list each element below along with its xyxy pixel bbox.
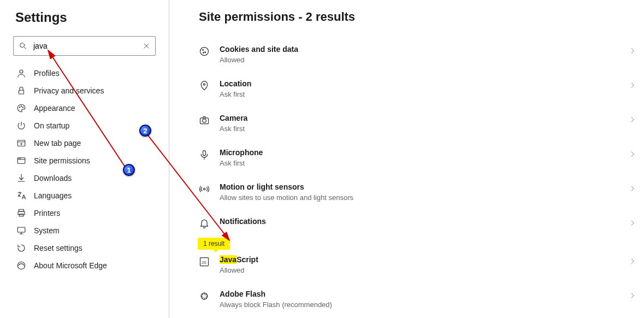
- svg-point-28: [205, 52, 206, 53]
- perm-sub: Allowed: [220, 56, 629, 64]
- nav-label: Printers: [34, 209, 60, 217]
- perm-sub: Ask first: [220, 90, 629, 98]
- reset-icon: [16, 243, 26, 253]
- chevron-right-icon: [629, 150, 636, 158]
- perm-microphone[interactable]: Microphone Ask first: [199, 140, 639, 175]
- svg-text:JS: JS: [202, 260, 206, 265]
- chevron-right-icon: [629, 257, 636, 265]
- nav-label: On startup: [34, 121, 69, 130]
- chevron-right-icon: [629, 219, 636, 227]
- page-title: Site permissions - 2 results: [199, 10, 639, 24]
- annotation-marker-2: 2: [139, 125, 151, 137]
- perm-title: JavaScript: [220, 255, 629, 264]
- annotation-marker-1: 1: [123, 164, 135, 176]
- nav-about[interactable]: About Microsoft Edge: [13, 257, 156, 274]
- nav-reset[interactable]: Reset settings: [13, 239, 156, 257]
- svg-point-0: [20, 43, 25, 48]
- nav-label: Downloads: [34, 174, 72, 182]
- settings-sidebar: Settings Profiles Privacy and services A…: [0, 0, 169, 318]
- siteperm-icon: [16, 156, 26, 166]
- svg-point-16: [20, 158, 21, 159]
- nav-newtab[interactable]: New tab page: [13, 134, 156, 152]
- nav-privacy[interactable]: Privacy and services: [13, 82, 156, 99]
- svg-point-29: [203, 52, 204, 54]
- svg-point-26: [200, 48, 209, 56]
- bell-icon: [199, 218, 210, 229]
- svg-rect-21: [19, 214, 23, 217]
- microphone-icon: [199, 149, 210, 160]
- svg-point-6: [19, 107, 20, 108]
- chevron-right-icon: [629, 47, 636, 55]
- chevron-right-icon: [629, 81, 636, 89]
- perm-title: Camera: [220, 114, 629, 122]
- chevron-right-icon: [629, 292, 636, 299]
- person-icon: [16, 68, 26, 78]
- perm-camera[interactable]: Camera Ask first: [199, 106, 639, 140]
- nav-label: New tab page: [34, 139, 81, 148]
- svg-rect-5: [19, 90, 24, 94]
- nav-startup[interactable]: On startup: [13, 117, 156, 134]
- perm-sub: Allow sites to use motion and light sens…: [220, 193, 629, 202]
- svg-rect-13: [17, 158, 25, 164]
- flash-icon: [199, 291, 210, 302]
- perm-title: Motion or light sensors: [220, 182, 629, 191]
- nav-label: Privacy and services: [34, 86, 104, 95]
- perm-title: Microphone: [220, 148, 629, 157]
- system-icon: [16, 226, 26, 235]
- download-icon: [16, 173, 26, 183]
- svg-point-27: [203, 50, 204, 51]
- nav-label: About Microsoft Edge: [34, 261, 107, 270]
- newtab-icon: [16, 138, 26, 148]
- perm-flash[interactable]: Adobe Flash Always block Flash (recommen…: [199, 282, 639, 316]
- nav-label: Reset settings: [34, 244, 82, 252]
- chevron-right-icon: [629, 116, 636, 123]
- svg-rect-22: [17, 227, 25, 232]
- languages-icon: [16, 191, 26, 201]
- search-input[interactable]: [13, 36, 156, 56]
- power-icon: [16, 121, 26, 131]
- perm-notifications[interactable]: Notifications: [199, 209, 639, 237]
- nav-label: Appearance: [34, 104, 75, 113]
- cookie-icon: [199, 46, 210, 57]
- nav-appearance[interactable]: Appearance: [13, 99, 156, 117]
- perm-sub: Always block Flash (recommended): [220, 301, 629, 309]
- settings-title: Settings: [15, 10, 156, 25]
- perm-cookies[interactable]: Cookies and site data Allowed: [199, 37, 639, 72]
- svg-point-35: [203, 188, 205, 190]
- perm-location[interactable]: Location Ask first: [199, 72, 639, 106]
- motion-icon: [199, 184, 210, 195]
- nav-languages[interactable]: Languages: [13, 187, 156, 204]
- search-container: [13, 36, 156, 56]
- nav-label: Languages: [34, 191, 72, 200]
- perm-title: Location: [220, 79, 629, 88]
- perm-sub: Ask first: [220, 159, 629, 167]
- nav-label: Site permissions: [34, 156, 90, 165]
- perm-javascript[interactable]: JS JavaScript Allowed: [199, 248, 639, 282]
- main-content: Site permissions - 2 results Cookies and…: [169, 0, 644, 318]
- perm-title: Adobe Flash: [220, 290, 629, 298]
- js-icon: JS: [199, 256, 210, 267]
- search-icon: [19, 42, 27, 50]
- nav-printers[interactable]: Printers: [13, 204, 156, 222]
- perm-title: Notifications: [220, 217, 629, 226]
- nav-label: Profiles: [34, 69, 60, 78]
- camera-icon: [199, 115, 210, 126]
- svg-line-1: [24, 47, 26, 49]
- svg-point-7: [21, 106, 22, 107]
- lock-icon: [16, 86, 26, 96]
- chevron-right-icon: [629, 185, 636, 192]
- location-icon: [199, 80, 210, 91]
- svg-point-30: [203, 84, 205, 85]
- edge-icon: [16, 261, 26, 270]
- svg-point-15: [19, 158, 20, 159]
- nav-profiles[interactable]: Profiles: [13, 64, 156, 82]
- svg-point-32: [203, 119, 206, 123]
- search-highlight: Java: [220, 255, 237, 264]
- perm-sub: Ask first: [220, 125, 629, 133]
- clear-search-icon[interactable]: [143, 42, 150, 50]
- nav-label: System: [34, 226, 60, 235]
- printer-icon: [16, 208, 26, 218]
- nav-system[interactable]: System: [13, 222, 156, 239]
- perm-sub: Allowed: [220, 266, 629, 274]
- perm-motion[interactable]: Motion or light sensors Allow sites to u…: [199, 175, 639, 209]
